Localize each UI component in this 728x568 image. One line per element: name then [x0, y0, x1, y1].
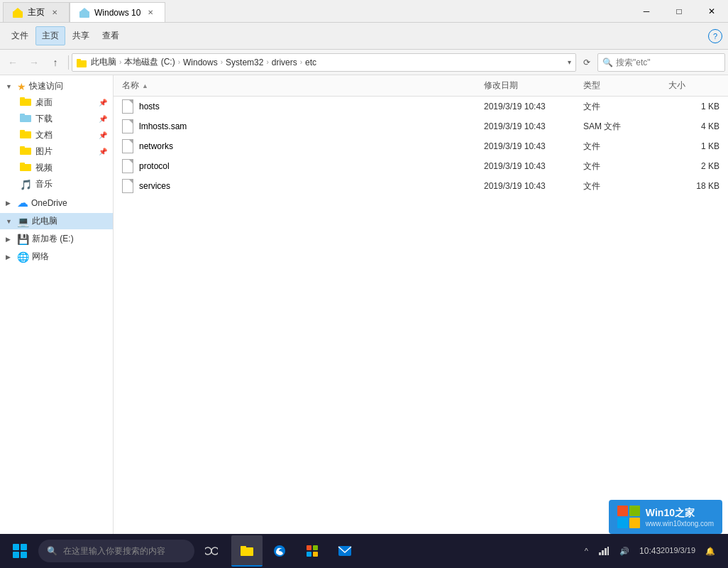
table-row[interactable]: networks 2019/3/19 10:43 文件 1 KB [114, 136, 728, 156]
ribbon-tab-file[interactable]: 文件 [6, 27, 34, 45]
svg-rect-29 [607, 547, 609, 555]
address-bar[interactable]: 此电脑 › 本地磁盘 (C:) › Windows › System32 › d… [72, 53, 576, 72]
pictures-label: 图片 [35, 146, 53, 158]
taskbar-app-store[interactable] [297, 535, 328, 567]
documents-pin-icon: 📌 [99, 131, 107, 139]
tray-network-icon[interactable] [594, 534, 614, 568]
store-icon [305, 544, 319, 558]
file-size: 2 KB [666, 160, 722, 173]
search-input[interactable] [616, 58, 720, 67]
sidebar-network-header[interactable]: ▶ 🌐 网络 [0, 248, 113, 265]
svg-rect-27 [602, 550, 604, 555]
address-folder-icon [77, 58, 87, 67]
col-header-type[interactable]: 类型 [580, 78, 666, 93]
ribbon-tab-home[interactable]: 主页 [35, 26, 65, 45]
ribbon-tab-view[interactable]: 查看 [96, 27, 125, 45]
desktop-label: 桌面 [35, 97, 53, 109]
sidebar-drive-e-header[interactable]: ▶ 💾 新加卷 (E:) [0, 231, 113, 247]
sidebar-item-videos[interactable]: 视频 [0, 160, 113, 176]
sidebar-item-music[interactable]: 🎵 音乐 [0, 176, 113, 192]
file-name-cell: protocol [119, 158, 481, 175]
svg-rect-28 [605, 548, 607, 555]
tab-win10-close[interactable]: ✕ [145, 7, 156, 18]
svg-marker-3 [79, 8, 89, 12]
ribbon-help-icon[interactable]: ? [708, 29, 722, 43]
file-type: 文件 [580, 179, 666, 194]
tray-volume-icon[interactable]: 🔊 [615, 534, 634, 568]
col-type-label: 类型 [583, 80, 600, 92]
svg-rect-9 [20, 114, 25, 116]
sidebar-thispc-header[interactable]: ▼ 💻 此电脑 [0, 213, 113, 229]
svg-rect-11 [20, 130, 25, 133]
taskbar-app-explorer[interactable] [231, 535, 263, 567]
table-row[interactable]: protocol 2019/3/19 10:43 文件 2 KB [114, 156, 728, 176]
search-box: 🔍 [597, 53, 725, 72]
sidebar-section-drive-e: ▶ 💾 新加卷 (E:) [0, 231, 113, 247]
network-label: 网络 [32, 251, 49, 263]
crumb-system32[interactable]: System32 [224, 58, 265, 67]
refresh-button[interactable]: ⟳ [578, 53, 596, 72]
file-icon [122, 99, 133, 114]
file-type: 文件 [580, 159, 666, 174]
forward-button[interactable]: → [24, 53, 44, 72]
tab-home[interactable]: 主页 ✕ [3, 2, 70, 22]
mail-icon [338, 545, 352, 557]
crumb-thispc[interactable]: 此电脑 [89, 56, 118, 68]
task-view-button[interactable] [196, 534, 227, 568]
col-header-size[interactable]: 大小 [666, 78, 722, 93]
table-row[interactable]: lmhosts.sam 2019/3/19 10:43 SAM 文件 4 KB [114, 116, 728, 136]
file-name-cell: lmhosts.sam [119, 118, 481, 135]
sidebar-quick-access-header[interactable]: ▼ ★ 快速访问 [0, 78, 113, 94]
ribbon: 文件 主页 共享 查看 ? [0, 23, 728, 50]
table-row[interactable]: services 2019/3/19 10:43 文件 18 KB [114, 176, 728, 196]
tray-notification[interactable]: 🔔 [701, 534, 719, 568]
sidebar-item-downloads[interactable]: 下载 📌 [0, 111, 113, 127]
svg-rect-13 [20, 146, 25, 149]
sidebar-onedrive-header[interactable]: ▶ ☁ OneDrive [0, 194, 113, 212]
close-button[interactable]: ✕ [695, 0, 728, 23]
taskbar-search-box[interactable]: 🔍 在这里输入你要搜索的内容 [38, 540, 194, 562]
sidebar-item-pictures[interactable]: 图片 📌 [0, 143, 113, 160]
ribbon-tab-share[interactable]: 共享 [67, 27, 95, 45]
crumb-drivers[interactable]: drivers [270, 58, 299, 67]
network-icon: 🌐 [17, 251, 29, 263]
desktop-pin-icon: 📌 [99, 99, 107, 106]
desktop-icon [20, 97, 31, 109]
search-icon: 🔍 [602, 58, 613, 67]
file-size: 4 KB [666, 120, 722, 133]
sidebar-item-documents[interactable]: 文档 📌 [0, 127, 113, 143]
tab-home-close[interactable]: ✕ [49, 7, 60, 18]
drive-e-label: 新加卷 (E:) [32, 233, 74, 245]
tab-win10[interactable]: Windows 10 ✕ [70, 2, 165, 22]
svg-rect-15 [20, 163, 25, 165]
col-header-name[interactable]: 名称 ▲ [119, 78, 481, 93]
file-size: 18 KB [666, 180, 722, 192]
thispc-toggle: ▼ [6, 218, 14, 225]
back-button[interactable]: ← [3, 53, 23, 72]
tray-clock[interactable]: 10:43 2019/3/19 [635, 534, 700, 568]
crumb-etc[interactable]: etc [304, 58, 318, 67]
videos-label: 视频 [35, 162, 53, 174]
documents-icon [20, 129, 31, 141]
taskbar: 🔍 在这里输入你要搜索的内容 [0, 534, 728, 568]
col-size-label: 大小 [668, 80, 685, 92]
taskbar-app-edge[interactable] [264, 535, 295, 567]
crumb-c[interactable]: 本地磁盘 (C:) [123, 56, 176, 68]
file-name: networks [139, 141, 173, 151]
col-header-date[interactable]: 修改日期 [481, 78, 580, 93]
sidebar-item-desktop[interactable]: 桌面 📌 [0, 94, 113, 111]
svg-rect-23 [307, 552, 311, 557]
start-button[interactable] [3, 534, 37, 568]
address-chevron[interactable]: ▾ [568, 58, 571, 66]
svg-rect-7 [20, 97, 25, 100]
svg-rect-24 [313, 552, 318, 557]
table-row[interactable]: hosts 2019/3/19 10:43 文件 1 KB [114, 97, 728, 116]
taskbar-app-mail[interactable] [329, 535, 360, 567]
tray-chevron[interactable]: ^ [580, 534, 592, 568]
maximize-button[interactable]: □ [663, 0, 695, 23]
crumb-windows[interactable]: Windows [182, 58, 219, 67]
drive-e-icon: 💾 [17, 234, 29, 245]
minimize-button[interactable]: ─ [630, 0, 663, 23]
up-button[interactable]: ↑ [45, 53, 65, 72]
file-size: 1 KB [666, 100, 722, 113]
